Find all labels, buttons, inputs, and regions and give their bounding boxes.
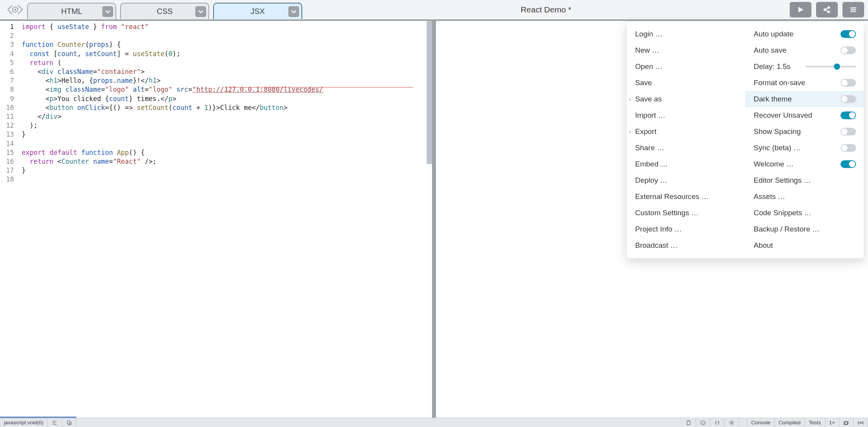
project-title[interactable]: React Demo * [302, 5, 790, 14]
menu-item-darktheme[interactable]: Dark theme [745, 91, 864, 107]
gear-icon[interactable] [725, 418, 739, 427]
menu-item-delay[interactable]: Delay: 1.5s [745, 58, 864, 75]
svg-point-11 [860, 422, 861, 423]
toggle-autoupdate[interactable] [840, 30, 856, 38]
slider-delay[interactable] [806, 66, 856, 67]
menu-item-label: Custom Settings … [635, 209, 737, 217]
toggle-welcome[interactable] [840, 160, 856, 168]
svg-rect-5 [67, 420, 70, 424]
menu-item-recover[interactable]: Recover Unsaved [745, 107, 864, 123]
tab-label: HTML [61, 7, 82, 16]
menu-item-label: Import … [635, 111, 737, 120]
menu-item-welcome[interactable]: Welcome … [745, 156, 864, 172]
menu-item-edset[interactable]: Editor Settings … [745, 172, 864, 189]
svg-point-2 [824, 9, 825, 10]
menu-item-label: Broadcast … [635, 241, 737, 250]
menu-item-export[interactable]: ‹Export [627, 123, 745, 140]
menu-item-projinfo[interactable]: Project Info … [627, 221, 745, 237]
menu-item-label: Auto update [754, 30, 840, 38]
tab-label: CSS [157, 7, 172, 16]
menu-item-about[interactable]: About [745, 237, 864, 254]
toggle-sync[interactable] [840, 144, 856, 152]
broadcast-icon[interactable] [854, 418, 868, 427]
hamburger-menu-button[interactable] [842, 2, 864, 17]
menu-item-embed[interactable]: Embed … [627, 156, 745, 172]
clipboard-icon[interactable] [682, 418, 696, 427]
menu-item-label: Code Snippets … [754, 209, 856, 217]
tab-html[interactable]: HTML [27, 3, 116, 19]
svg-point-3 [828, 7, 829, 8]
svg-point-8 [731, 422, 732, 424]
toggle-darktheme[interactable] [840, 95, 856, 103]
fullscreen-icon[interactable] [839, 418, 854, 427]
menu-item-custset[interactable]: Custom Settings … [627, 205, 745, 221]
menu-item-label: Share … [635, 144, 737, 152]
menu-item-save[interactable]: Save [627, 75, 745, 91]
status-link[interactable]: javascript:void(0) [0, 418, 48, 427]
menu-item-autoupdate[interactable]: Auto update [745, 26, 864, 42]
menu-item-login[interactable]: Login … [627, 26, 745, 42]
status-item-compiled[interactable]: Compiled [775, 418, 805, 427]
menu-item-share[interactable]: Share … [627, 140, 745, 156]
status-item-1[interactable]: 1× [825, 418, 839, 427]
menu-item-label: Delay: 1.5s [754, 62, 803, 71]
menu-item-autosave[interactable]: Auto save [745, 42, 864, 58]
tab-language-dropdown[interactable] [102, 6, 113, 17]
svg-rect-6 [687, 421, 690, 425]
menu-item-label: Welcome … [754, 160, 840, 168]
menu-item-formatsave[interactable]: Format on-save [745, 75, 864, 91]
toggle-spacing[interactable] [840, 128, 856, 135]
format-icon[interactable] [48, 418, 62, 427]
run-button[interactable] [790, 2, 811, 17]
chevron-left-icon: ‹ [629, 96, 631, 102]
toggle-recover[interactable] [840, 111, 856, 119]
tab-language-dropdown[interactable] [195, 6, 206, 17]
menu-item-label: External Resources … [635, 192, 737, 201]
status-item-tests[interactable]: Tests [805, 418, 825, 427]
status-item-console[interactable]: Console [747, 418, 775, 427]
toggle-autosave[interactable] [840, 46, 856, 54]
menu-item-snippets[interactable]: Code Snippets … [745, 205, 864, 221]
menu-item-import[interactable]: Import … [627, 107, 745, 123]
menu-item-sync[interactable]: Sync (beta) … [745, 140, 864, 156]
menu-item-label: Editor Settings … [754, 176, 856, 185]
minimap-scrollbar[interactable] [427, 21, 432, 164]
menu-item-label: About [754, 241, 856, 250]
menu-item-deploy[interactable]: Deploy … [627, 172, 745, 189]
tab-label: JSX [251, 7, 265, 16]
tab-language-dropdown[interactable] [288, 6, 299, 17]
menu-item-broadcast[interactable]: Broadcast … [627, 237, 745, 254]
tab-css[interactable]: CSS [120, 3, 209, 19]
menu-item-label: Save as [635, 95, 737, 103]
menu-item-label: Dark theme [754, 95, 840, 103]
menu-item-new[interactable]: New … [627, 42, 745, 58]
svg-point-1 [14, 9, 16, 11]
editor-pane: 123456789101112131415161718 import { use… [0, 21, 436, 418]
share-button[interactable] [816, 2, 838, 17]
tab-jsx[interactable]: JSX [213, 3, 302, 19]
settings-menu: Login …New …Open …Save‹Save asImport …‹E… [626, 21, 864, 259]
line-gutter: 123456789101112131415161718 [0, 21, 17, 418]
code-editor[interactable]: import { useState } from "react" functio… [17, 21, 432, 418]
menu-item-backup[interactable]: Backup / Restore … [745, 221, 864, 237]
menu-item-saveas[interactable]: ‹Save as [627, 91, 745, 107]
menu-item-label: Show Spacing [754, 127, 840, 136]
toggle-formatsave[interactable] [840, 79, 856, 87]
menu-item-open[interactable]: Open … [627, 58, 745, 75]
menu-item-label: Auto save [754, 46, 840, 55]
menu-item-label: Export [635, 127, 737, 136]
menu-item-label: New … [635, 46, 737, 55]
menu-item-label: Format on-save [754, 79, 840, 87]
app-logo[interactable] [3, 1, 27, 19]
menu-item-spacing[interactable]: Show Spacing [745, 123, 864, 140]
braces-icon[interactable] [710, 418, 725, 427]
copy-icon[interactable] [62, 418, 76, 427]
menu-item-label: Login … [635, 30, 737, 38]
menu-item-label: Embed … [635, 160, 737, 168]
menu-item-assets[interactable]: Assets … [745, 189, 864, 205]
menu-item-label: Recover Unsaved [754, 111, 840, 120]
menu-item-label: Deploy … [635, 176, 737, 185]
menu-item-extres[interactable]: External Resources … [627, 189, 745, 205]
info-icon[interactable] [696, 418, 710, 427]
toolbar: HTMLCSSJSX React Demo * [0, 0, 868, 21]
